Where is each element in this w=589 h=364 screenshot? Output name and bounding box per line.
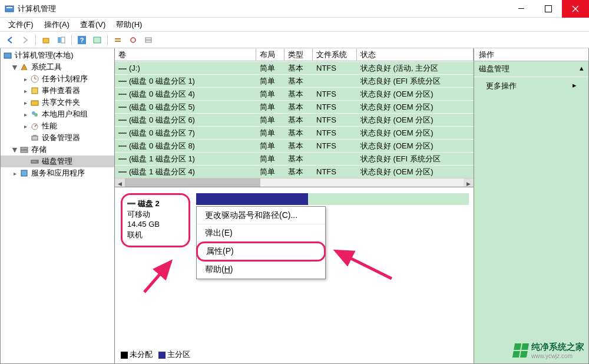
actions-header: 操作 <box>474 48 588 61</box>
chevron-right-icon: ▸ <box>573 81 577 91</box>
app-icon <box>5 4 14 14</box>
main-pane: 卷 布局 类型 文件系统 状态 (J:) 简单 基本 NTFS 状态良好 (活动… <box>115 48 474 364</box>
scroll-thumb[interactable] <box>125 178 260 187</box>
actions-more[interactable]: 更多操作▸ <box>474 77 588 95</box>
menu-file[interactable]: 文件(F) <box>4 18 38 31</box>
tree-shared-folders[interactable]: ▸共享文件夹 <box>1 97 114 108</box>
volume-row[interactable]: (磁盘 0 磁盘分区 8) 简单 基本 NTFS 状态良好 (OEM 分区) <box>115 139 474 152</box>
collapse-icon[interactable]: ▴ <box>580 64 584 74</box>
annotation-arrow-1 <box>138 257 186 300</box>
svg-point-15 <box>34 113 38 117</box>
tree-services[interactable]: ▸服务和应用程序 <box>1 167 114 179</box>
window-title: 计算机管理 <box>18 4 56 14</box>
volume-row[interactable]: (磁盘 0 磁盘分区 4) 简单 基本 NTFS 状态良好 (OEM 分区) <box>115 87 474 100</box>
svg-point-22 <box>37 161 38 162</box>
disk-graphical-view[interactable]: 磁盘 2 可移动 14.45 GB 联机 更改驱动器号和路径(C)... 弹出(… <box>115 187 474 363</box>
show-hide-tree-button[interactable] <box>55 34 68 47</box>
col-fs[interactable]: 文件系统 <box>313 48 357 61</box>
annotation-arrow-2 <box>327 246 398 290</box>
actions-title[interactable]: 磁盘管理▴ <box>474 61 588 77</box>
svg-rect-2 <box>43 38 49 43</box>
tree-performance[interactable]: ▸性能 <box>1 120 114 132</box>
svg-rect-20 <box>21 150 28 153</box>
toolbar-view-button[interactable] <box>91 34 104 47</box>
tree-storage[interactable]: ⯆存储 <box>1 144 114 155</box>
menu-change-drive-letter[interactable]: 更改驱动器号和路径(C)... <box>197 207 325 224</box>
menu-properties[interactable]: 属性(P) <box>196 241 326 262</box>
volume-row[interactable]: (磁盘 0 磁盘分区 6) 简单 基本 NTFS 状态良好 (OEM 分区) <box>115 113 474 126</box>
up-button[interactable] <box>39 34 52 47</box>
toolbar-settings-button[interactable] <box>111 34 124 47</box>
help-button[interactable]: ? <box>75 34 88 47</box>
svg-rect-7 <box>94 37 101 43</box>
scroll-right-button[interactable]: ▶ <box>464 178 474 187</box>
svg-rect-12 <box>32 88 38 94</box>
menubar: 文件(F) 操作(A) 查看(V) 帮助(H) <box>0 18 589 32</box>
svg-rect-18 <box>33 135 37 137</box>
svg-text:?: ? <box>80 37 84 44</box>
close-button[interactable] <box>562 0 589 18</box>
tree-system-tools[interactable]: ⯆系统工具 <box>1 61 114 73</box>
maximize-button[interactable] <box>535 0 562 18</box>
toolbar-refresh-button[interactable] <box>127 34 140 47</box>
toolbar: ? <box>0 32 589 48</box>
legend: 未分配 主分区 <box>121 349 190 360</box>
volume-row[interactable]: (磁盘 0 磁盘分区 5) 简单 基本 NTFS 状态良好 (OEM 分区) <box>115 100 474 113</box>
svg-rect-3 <box>58 37 61 43</box>
tree-task-scheduler[interactable]: ▸任务计划程序 <box>1 73 114 85</box>
col-status[interactable]: 状态 <box>357 48 474 61</box>
disk-2-header[interactable]: 磁盘 2 可移动 14.45 GB 联机 <box>121 193 190 247</box>
volume-header-row: 卷 布局 类型 文件系统 状态 <box>115 48 474 61</box>
volume-row[interactable]: (磁盘 0 磁盘分区 1) 简单 基本 状态良好 (EFI 系统分区 <box>115 74 474 87</box>
tree-disk-management[interactable]: 磁盘管理 <box>1 155 114 167</box>
navigation-tree[interactable]: 计算机管理(本地) ⯆系统工具 ▸任务计划程序 ▸事件查看器 ▸共享文件夹 ▸本… <box>0 48 115 364</box>
actions-pane: 操作 磁盘管理▴ 更多操作▸ <box>474 48 589 364</box>
svg-rect-0 <box>5 6 14 12</box>
tree-local-users[interactable]: ▸本地用户和组 <box>1 108 114 120</box>
svg-rect-10 <box>4 53 11 58</box>
menu-action[interactable]: 操作(A) <box>39 18 74 31</box>
col-volume[interactable]: 卷 <box>115 48 256 61</box>
svg-rect-23 <box>21 170 27 176</box>
disk-icon <box>127 203 135 204</box>
svg-rect-9 <box>145 38 151 42</box>
menu-help[interactable]: 帮助(H) <box>197 261 325 279</box>
svg-point-8 <box>131 38 135 42</box>
col-layout[interactable]: 布局 <box>256 48 284 61</box>
tree-root[interactable]: 计算机管理(本地) <box>1 49 114 61</box>
volume-row[interactable]: (J:) 简单 基本 NTFS 状态良好 (活动, 主分区 <box>115 61 474 74</box>
svg-rect-19 <box>21 147 28 150</box>
menu-eject[interactable]: 弹出(E) <box>197 224 325 242</box>
svg-rect-4 <box>61 37 65 43</box>
col-type[interactable]: 类型 <box>284 48 313 61</box>
volume-row[interactable]: (磁盘 0 磁盘分区 7) 简单 基本 NTFS 状态良好 (OEM 分区) <box>115 126 474 139</box>
forward-button[interactable] <box>19 34 32 47</box>
volume-row[interactable]: (磁盘 1 磁盘分区 1) 简单 基本 状态良好 (EFI 系统分区 <box>115 152 474 165</box>
svg-rect-1 <box>6 7 12 8</box>
toolbar-list-button[interactable] <box>142 34 155 47</box>
menu-help[interactable]: 帮助(H) <box>111 18 147 31</box>
volume-row[interactable]: (磁盘 1 磁盘分区 4) 简单 基本 NTFS 状态良好 (OEM 分区) <box>115 165 474 178</box>
tree-device-manager[interactable]: 设备管理器 <box>1 132 114 144</box>
menu-view[interactable]: 查看(V) <box>75 18 110 31</box>
window-titlebar: 计算机管理 <box>0 0 589 18</box>
context-menu: 更改驱动器号和路径(C)... 弹出(E) 属性(P) 帮助(H) <box>196 206 326 279</box>
horizontal-scrollbar[interactable]: ◀ ▶ <box>115 178 474 187</box>
svg-rect-13 <box>31 101 38 105</box>
back-button[interactable] <box>4 34 16 47</box>
volume-list[interactable]: 卷 布局 类型 文件系统 状态 (J:) 简单 基本 NTFS 状态良好 (活动… <box>115 48 474 187</box>
scroll-left-button[interactable]: ◀ <box>115 178 125 187</box>
disk-2-partition-bar[interactable] <box>196 193 469 205</box>
tree-event-viewer[interactable]: ▸事件查看器 <box>1 85 114 97</box>
minimize-button[interactable] <box>508 0 535 18</box>
svg-rect-17 <box>32 136 38 140</box>
